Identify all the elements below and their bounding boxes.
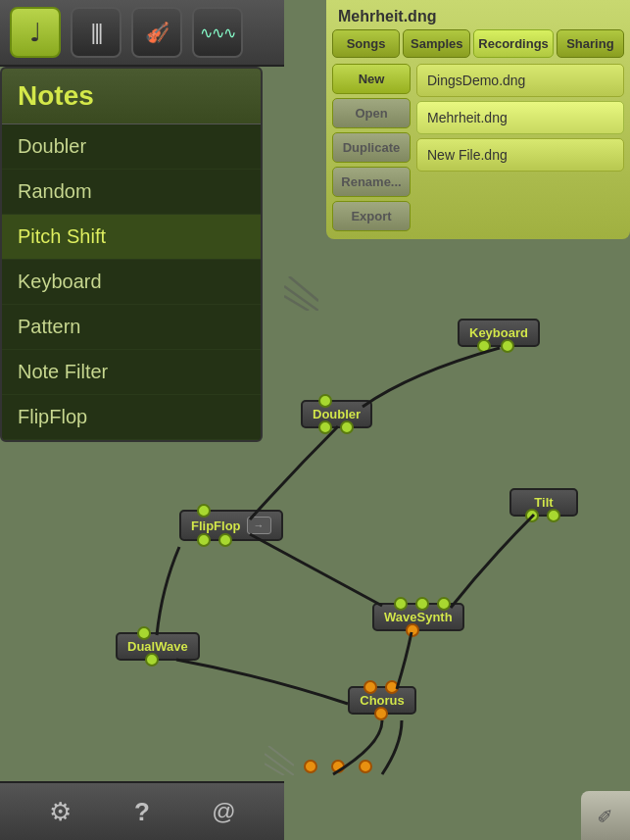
waveform-icon: ∿∿∿	[200, 24, 235, 42]
pencil-icon: ✏	[592, 802, 620, 830]
help-button[interactable]: ?	[121, 790, 164, 833]
duplicate-button[interactable]: Duplicate	[332, 132, 411, 163]
notes-item-random[interactable]: Random	[2, 170, 261, 215]
port-wavesynth-out[interactable]	[406, 623, 419, 637]
new-button[interactable]: New	[332, 64, 411, 94]
music-icon: ♩	[29, 18, 41, 48]
tab-recordings[interactable]: Recordings	[473, 29, 554, 58]
node-tilt[interactable]: Tilt	[509, 488, 578, 517]
notes-item-notefilter[interactable]: Note Filter	[2, 350, 261, 395]
file-actions: New Open Duplicate Rename... Export	[332, 64, 411, 231]
port-chorus-in2[interactable]	[385, 680, 399, 694]
port-flipflop-out2[interactable]	[218, 533, 232, 547]
notes-item-doubler[interactable]: Doubler	[2, 124, 261, 170]
file-panel-title: Mehrheit.dng	[326, 0, 630, 29]
port-wavesynth-in2[interactable]	[415, 597, 429, 611]
edit-button[interactable]: ✏	[581, 791, 630, 840]
music-notes-button[interactable]: ♩	[10, 7, 61, 58]
port-flipflop-in[interactable]	[197, 504, 211, 518]
node-dualwave[interactable]: DualWave	[116, 632, 200, 661]
help-icon: ?	[134, 797, 150, 827]
node-doubler[interactable]: Doubler	[301, 400, 372, 428]
file-content: New Open Duplicate Rename... Export Ding…	[326, 64, 630, 231]
notes-item-flipflop[interactable]: FlipFlop	[2, 395, 261, 440]
node-keyboard[interactable]: Keyboard	[458, 319, 540, 347]
port-doubler-in[interactable]	[318, 394, 332, 408]
main-toolbar: ♩ ||| 🎻 ∿∿∿	[0, 0, 284, 67]
port-dualwave-out[interactable]	[145, 653, 159, 667]
port-wavesynth-in3[interactable]	[437, 597, 451, 611]
at-button[interactable]: @	[202, 790, 245, 833]
mixer-icon: |||	[90, 20, 101, 45]
notes-item-keyboard[interactable]: Keyboard	[2, 260, 261, 305]
port-flipflop-out1[interactable]	[197, 533, 211, 547]
svg-line-5	[268, 746, 294, 766]
open-button[interactable]: Open	[332, 98, 411, 128]
file-item-2[interactable]: New File.dng	[416, 138, 624, 172]
diagonal-decoration	[284, 276, 318, 315]
file-tabs: Songs Samples Recordings Sharing	[326, 29, 630, 58]
notes-item-pitchshift[interactable]: Pitch Shift	[2, 215, 261, 260]
port-doubler-out1[interactable]	[318, 420, 332, 434]
instrument-button[interactable]: 🎻	[131, 7, 182, 58]
settings-icon: ⚙	[49, 797, 72, 827]
export-button[interactable]: Export	[332, 201, 411, 231]
bottom-toolbar: ⚙ ? @	[0, 781, 284, 840]
port-dualwave-in[interactable]	[137, 626, 151, 640]
node-wavesynth[interactable]: WaveSynth	[372, 603, 464, 631]
output-ports-row	[304, 760, 372, 773]
file-item-1[interactable]: Mehrheit.dng	[416, 101, 624, 134]
flipflop-arrow: →	[247, 517, 271, 534]
port-keyboard-out1[interactable]	[477, 339, 491, 353]
tab-sharing[interactable]: Sharing	[557, 29, 624, 58]
node-chorus[interactable]: Chorus	[348, 686, 416, 715]
notes-panel: Notes Doubler Random Pitch Shift Keyboar…	[0, 67, 263, 442]
port-chorus-out[interactable]	[374, 707, 388, 720]
file-panel: Mehrheit.dng Songs Samples Recordings Sh…	[326, 0, 630, 239]
notes-item-pattern[interactable]: Pattern	[2, 305, 261, 350]
file-item-0[interactable]: DingsDemo.dng	[416, 64, 624, 97]
svg-line-1	[284, 296, 309, 311]
violin-icon: 🎻	[145, 21, 170, 44]
port-chorus-in1[interactable]	[363, 680, 377, 694]
at-icon: @	[212, 798, 235, 825]
port-doubler-out2[interactable]	[340, 420, 354, 434]
settings-button[interactable]: ⚙	[39, 790, 82, 833]
rename-button[interactable]: Rename...	[332, 167, 411, 197]
diagonal-decoration-bottom	[265, 746, 294, 779]
file-list: DingsDemo.dng Mehrheit.dng New File.dng	[416, 64, 624, 231]
port-wavesynth-in1[interactable]	[394, 597, 408, 611]
mixer-button[interactable]: |||	[71, 7, 121, 58]
port-tilt-out2[interactable]	[547, 509, 560, 522]
waveform-button[interactable]: ∿∿∿	[192, 7, 243, 58]
output-port-2[interactable]	[331, 760, 345, 773]
output-port-3[interactable]	[359, 760, 372, 773]
tab-songs[interactable]: Songs	[332, 29, 400, 58]
tab-samples[interactable]: Samples	[403, 29, 470, 58]
port-tilt-out1[interactable]	[525, 509, 539, 522]
notes-panel-title: Notes	[2, 69, 261, 124]
port-keyboard-out2[interactable]	[501, 339, 514, 353]
node-flipflop[interactable]: FlipFlop →	[179, 510, 283, 541]
output-port-1[interactable]	[304, 760, 317, 773]
svg-line-2	[289, 276, 318, 301]
